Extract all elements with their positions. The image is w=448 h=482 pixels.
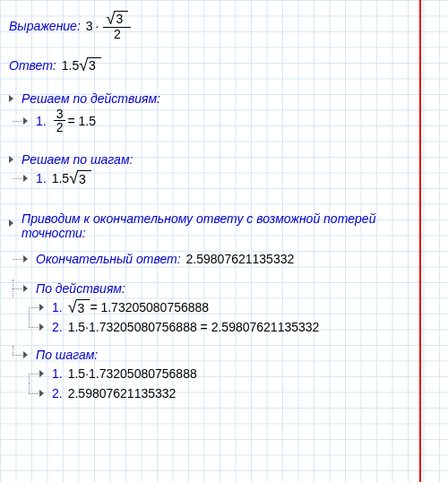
final-section: Приводим к окончательному ответу с возмо… — [9, 211, 439, 403]
caret-right-icon — [39, 304, 44, 311]
answer-row: Ответ: 1.5 √ 3 — [9, 57, 439, 73]
expression-fraction: √ 3 2 — [103, 11, 131, 41]
caret-right-icon — [39, 370, 44, 377]
sqrt-icon: √ 3 — [79, 57, 101, 73]
sqrt-icon: √ 3 — [68, 299, 90, 315]
caret-right-icon — [23, 175, 28, 182]
caret-right-icon — [23, 117, 28, 125]
caret-right-icon — [23, 255, 28, 263]
mult-dot: · — [96, 19, 99, 33]
caret-right-icon — [39, 323, 44, 331]
answer-coef: 1.5 — [62, 58, 79, 73]
final-answer-row: Окончательный ответ: 2.59807621135332 — [9, 249, 439, 269]
final-by-steps-header: По шагам: — [9, 346, 439, 364]
fraction: 3 2 — [54, 108, 66, 134]
by-steps-group: Решаем по шагам: 1. 1.5 √ 3 — [9, 151, 439, 188]
expression-row: Выражение: 3 · √ 3 2 — [9, 11, 439, 41]
final-action-2: 2. 1.5·1.73205080756888 = 2.598076211353… — [25, 317, 439, 337]
final-step-1: 1. 1.5·1.73205080756888 — [25, 364, 439, 383]
answer-label: Ответ: — [9, 58, 56, 73]
by-actions-header: Решаем по действиям: — [9, 90, 439, 108]
final-action-1: 1. √ 3 = 1.73205080756888 — [25, 297, 439, 317]
caret-right-icon — [23, 351, 28, 358]
notebook-margin — [419, 0, 421, 482]
sqrt-icon: √ 3 — [69, 170, 91, 186]
final-step-2: 2. 2.59807621135332 — [25, 383, 439, 403]
by-steps-header: Решаем по шагам: — [9, 151, 439, 168]
final-by-actions: По действиям: 1. √ 3 = 1.73205080756888 — [9, 280, 439, 337]
caret-right-icon — [9, 95, 13, 102]
caret-right-icon — [39, 390, 44, 397]
final-header: Приводим к окончательному ответу с возмо… — [9, 211, 439, 240]
caret-right-icon — [9, 156, 13, 163]
by-actions-group: Решаем по действиям: 1. 3 2 = 1.5 — [9, 90, 439, 134]
expression-coef: 3 — [86, 19, 93, 33]
by-steps-item-1: 1. 1.5 √ 3 — [9, 168, 439, 188]
caret-right-icon — [23, 285, 28, 292]
page-content: Выражение: 3 · √ 3 2 Ответ: 1.5 √ 3 Реша… — [0, 0, 448, 421]
final-by-steps: По шагам: 1. 1.5·1.73205080756888 2. 2.5… — [9, 346, 439, 403]
sqrt-icon: √ 3 — [106, 11, 128, 27]
expression-label: Выражение: — [9, 19, 81, 33]
caret-right-icon — [9, 219, 13, 227]
by-actions-item-1: 1. 3 2 = 1.5 — [9, 108, 439, 134]
final-by-actions-header: По действиям: — [9, 280, 439, 297]
